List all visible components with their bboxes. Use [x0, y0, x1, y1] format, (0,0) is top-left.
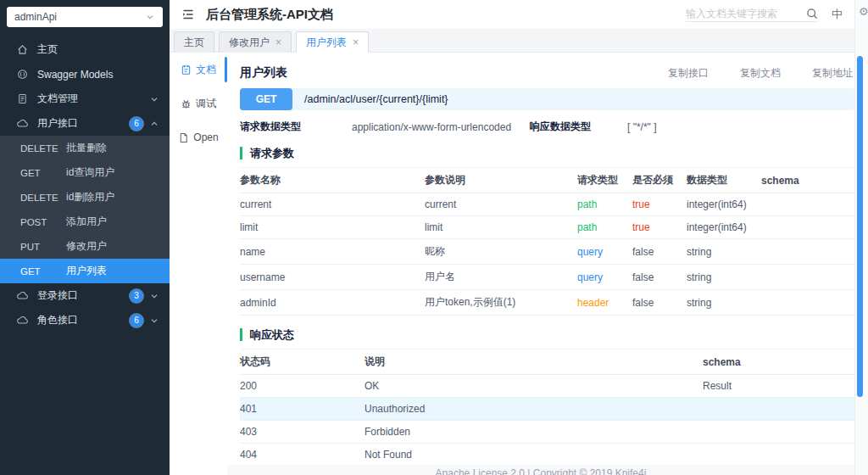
doc-sections: 请求参数 参数名称参数说明请求类型是否必须数据类型schemacurrentcu… [240, 147, 854, 475]
table-cell [761, 193, 854, 216]
tab-user-list[interactable]: 用户列表× [296, 31, 369, 53]
table-cell: 用户名 [425, 265, 577, 290]
bug-icon [181, 98, 192, 109]
http-method-badge[interactable]: GET [240, 88, 292, 110]
sidebar-subitem-user-api-2[interactable]: DELETEid删除用户 [0, 185, 170, 210]
submenu-user-api: DELETE批量删除GETid查询用户DELETEid删除用户POST添加用户P… [0, 136, 170, 283]
sidebar-item-doc-manage[interactable]: 文档管理 [0, 87, 170, 111]
table-cell [761, 216, 854, 239]
column-header: 参数说明 [425, 168, 577, 193]
cloud-icon [17, 315, 28, 326]
doc-search [686, 8, 818, 22]
header-actions: 中 [686, 7, 848, 22]
tab-label: 用户列表 [306, 36, 347, 50]
sidebar-item-home[interactable]: 主页 [0, 37, 170, 62]
sidebar-item-role-api[interactable]: 角色接口6 [0, 308, 170, 332]
close-tab-icon[interactable]: × [353, 37, 359, 48]
table-cell: header [577, 290, 632, 316]
request-params-table: 参数名称参数说明请求类型是否必须数据类型schemacurrentcurrent… [240, 167, 854, 316]
sidebar-subitem-user-api-1[interactable]: GETid查询用户 [0, 160, 170, 185]
doc-nav: 文档调试Open [170, 53, 227, 475]
sidebar-subitem-user-api-4[interactable]: PUT修改用户 [0, 234, 170, 259]
swagger-icon [17, 69, 28, 80]
language-toggle-icon[interactable]: 中 [832, 7, 843, 22]
section-request-params: 请求参数 参数名称参数说明请求类型是否必须数据类型schemacurrentcu… [240, 147, 854, 316]
count-badge: 3 [130, 289, 143, 303]
table-row[interactable]: 401Unauthorized [240, 398, 854, 421]
tab-label: 修改用户 [229, 36, 270, 50]
table-row[interactable]: 403Forbidden [240, 421, 854, 444]
section-title: 请求参数 [240, 147, 854, 159]
cloud-icon [17, 118, 28, 129]
doc-nav-open[interactable]: Open [170, 120, 227, 154]
column-header: 说明 [364, 349, 703, 375]
table-row[interactable]: 404Not Found [240, 444, 854, 467]
copy-api-link[interactable]: 复制接口 [668, 66, 709, 81]
doc-nav-doc[interactable]: 文档 [170, 53, 227, 87]
project-select-value: adminApi [14, 11, 57, 23]
sidebar-subitem-user-api-3[interactable]: POST添加用户 [0, 210, 170, 234]
doc-nav-label: 文档 [196, 63, 216, 77]
http-method-label: DELETE [20, 193, 66, 203]
home-icon [17, 44, 28, 55]
sidebar-item-label: 主页 [37, 42, 58, 57]
document-icon [181, 64, 192, 75]
response-type-label: 响应数据类型 [530, 120, 627, 134]
table-row[interactable]: limitlimitpathtrueinteger(int64) [240, 216, 854, 239]
search-input[interactable] [686, 8, 803, 20]
request-type-label: 请求数据类型 [240, 120, 352, 134]
http-method-label: PUT [20, 242, 66, 252]
tab-edit-user[interactable]: 修改用户× [219, 31, 292, 53]
table-cell: string [687, 265, 761, 290]
footer-text: Apache License 2.0 | Copyright © 2019 Kn… [436, 466, 647, 475]
table-cell: false [632, 239, 687, 265]
sidebar-subitem-user-api-5[interactable]: GET用户列表 [0, 259, 170, 283]
table-cell: query [577, 265, 632, 290]
table-row[interactable]: adminId用户token,示例值(1)headerfalsestring [240, 290, 854, 316]
gear-icon[interactable]: ⚙ [859, 5, 868, 18]
count-badge: 6 [130, 117, 143, 131]
copy-address-link[interactable]: 复制地址 [812, 66, 853, 81]
scrollbar-thumb[interactable] [857, 56, 863, 397]
collapse-sidebar-icon[interactable] [181, 8, 195, 21]
http-method-label: DELETE [20, 143, 66, 154]
copy-links: 复制接口复制文档复制地址 [668, 66, 854, 81]
search-icon[interactable] [806, 8, 818, 20]
sidebar-subitem-label: 用户列表 [66, 264, 107, 278]
project-select[interactable]: adminApi [7, 7, 163, 27]
table-cell [761, 239, 854, 265]
sidebar: adminApi 主页Swagger Models文档管理用户接口6DELETE… [0, 0, 170, 475]
table-cell: 200 [240, 375, 364, 398]
table-cell: 403 [240, 421, 364, 444]
doc-nav-debug[interactable]: 调试 [170, 87, 227, 120]
tab-home[interactable]: 主页 [174, 31, 214, 53]
table-row[interactable]: 200OKResult [240, 375, 854, 398]
file-icon [178, 132, 189, 143]
api-title-row: 用户列表 复制接口复制文档复制地址 [240, 65, 854, 81]
column-header: schema [703, 349, 854, 375]
table-cell [703, 444, 854, 467]
sidebar-item-user-api[interactable]: 用户接口6 [0, 111, 170, 136]
table-cell: false [632, 265, 687, 290]
endpoint-bar: GET /admin/acl/user/{current}/{limit} [240, 88, 854, 110]
request-type-value: application/x-www-form-urlencoded [352, 121, 530, 133]
table-cell: integer(int64) [687, 193, 761, 216]
table-cell: username [240, 265, 425, 290]
table-row[interactable]: name昵称queryfalsestring [240, 239, 854, 265]
scrollbar[interactable]: ⚙ [854, 0, 868, 475]
table-row[interactable]: currentcurrentpathtrueinteger(int64) [240, 193, 854, 216]
sidebar-item-swagger-models[interactable]: Swagger Models [0, 62, 170, 87]
column-header: 参数名称 [240, 168, 425, 193]
sidebar-subitem-user-api-0[interactable]: DELETE批量删除 [0, 136, 170, 160]
cloud-icon [17, 290, 28, 301]
chevron-up-icon [149, 119, 159, 129]
column-header: schema [761, 168, 854, 193]
sidebar-item-login-api[interactable]: 登录接口3 [0, 283, 170, 308]
table-row[interactable]: username用户名queryfalsestring [240, 265, 854, 290]
copy-doc-link[interactable]: 复制文档 [740, 66, 781, 81]
table-cell: false [632, 290, 687, 316]
api-doc: 用户列表 复制接口复制文档复制地址 GET /admin/acl/user/{c… [227, 53, 854, 475]
table-cell: path [577, 216, 632, 239]
page-title: 后台管理系统-API文档 [206, 7, 333, 23]
close-tab-icon[interactable]: × [275, 37, 281, 48]
